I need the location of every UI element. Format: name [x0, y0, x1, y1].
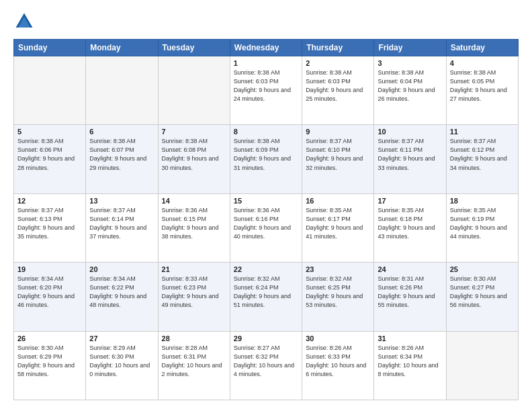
- table-row: 6Sunrise: 8:38 AM Sunset: 6:07 PM Daylig…: [86, 125, 158, 193]
- calendar-week-row: 1Sunrise: 8:38 AM Sunset: 6:03 PM Daylig…: [14, 56, 519, 125]
- day-info: Sunrise: 8:37 AM Sunset: 6:14 PM Dayligh…: [89, 206, 154, 241]
- table-row: [158, 56, 230, 125]
- table-row: 13Sunrise: 8:37 AM Sunset: 6:14 PM Dayli…: [86, 193, 158, 262]
- day-number: 4: [450, 59, 515, 67]
- weekday-wednesday: Wednesday: [230, 40, 302, 56]
- table-row: 30Sunrise: 8:26 AM Sunset: 6:33 PM Dayli…: [302, 331, 374, 400]
- day-info: Sunrise: 8:34 AM Sunset: 6:22 PM Dayligh…: [89, 275, 154, 310]
- day-number: 17: [378, 197, 442, 205]
- table-row: 23Sunrise: 8:32 AM Sunset: 6:25 PM Dayli…: [302, 263, 374, 331]
- calendar-table: SundayMondayTuesdayWednesdayThursdayFrid…: [13, 39, 519, 400]
- day-number: 26: [17, 334, 82, 342]
- weekday-tuesday: Tuesday: [158, 40, 230, 56]
- header: [13, 11, 519, 32]
- table-row: 18Sunrise: 8:35 AM Sunset: 6:19 PM Dayli…: [446, 193, 518, 262]
- table-row: [446, 331, 518, 400]
- day-info: Sunrise: 8:35 AM Sunset: 6:17 PM Dayligh…: [306, 206, 370, 241]
- day-info: Sunrise: 8:38 AM Sunset: 6:08 PM Dayligh…: [162, 137, 226, 172]
- day-info: Sunrise: 8:38 AM Sunset: 6:07 PM Dayligh…: [89, 137, 154, 172]
- day-info: Sunrise: 8:33 AM Sunset: 6:23 PM Dayligh…: [162, 275, 226, 310]
- day-number: 21: [162, 265, 226, 273]
- day-number: 13: [89, 197, 154, 205]
- table-row: 29Sunrise: 8:27 AM Sunset: 6:32 PM Dayli…: [230, 331, 302, 400]
- day-info: Sunrise: 8:30 AM Sunset: 6:29 PM Dayligh…: [17, 344, 82, 379]
- table-row: 20Sunrise: 8:34 AM Sunset: 6:22 PM Dayli…: [86, 263, 158, 331]
- day-number: 5: [17, 128, 82, 136]
- table-row: 2Sunrise: 8:38 AM Sunset: 6:03 PM Daylig…: [302, 56, 374, 125]
- day-number: 7: [162, 128, 226, 136]
- day-info: Sunrise: 8:38 AM Sunset: 6:04 PM Dayligh…: [378, 68, 442, 103]
- day-number: 9: [306, 128, 370, 136]
- day-info: Sunrise: 8:38 AM Sunset: 6:06 PM Dayligh…: [17, 137, 82, 172]
- table-row: [86, 56, 158, 125]
- weekday-monday: Monday: [86, 40, 158, 56]
- table-row: 11Sunrise: 8:37 AM Sunset: 6:12 PM Dayli…: [446, 125, 518, 193]
- table-row: [14, 56, 86, 125]
- day-number: 12: [17, 197, 82, 205]
- table-row: 14Sunrise: 8:36 AM Sunset: 6:15 PM Dayli…: [158, 193, 230, 262]
- day-info: Sunrise: 8:31 AM Sunset: 6:26 PM Dayligh…: [378, 275, 442, 310]
- day-info: Sunrise: 8:38 AM Sunset: 6:03 PM Dayligh…: [234, 68, 298, 103]
- day-info: Sunrise: 8:29 AM Sunset: 6:30 PM Dayligh…: [89, 344, 154, 379]
- day-number: 31: [378, 334, 442, 342]
- table-row: 3Sunrise: 8:38 AM Sunset: 6:04 PM Daylig…: [374, 56, 446, 125]
- table-row: 22Sunrise: 8:32 AM Sunset: 6:24 PM Dayli…: [230, 263, 302, 331]
- table-row: 26Sunrise: 8:30 AM Sunset: 6:29 PM Dayli…: [14, 331, 86, 400]
- day-number: 8: [234, 128, 298, 136]
- day-number: 15: [234, 197, 298, 205]
- day-number: 18: [450, 197, 515, 205]
- day-info: Sunrise: 8:26 AM Sunset: 6:33 PM Dayligh…: [306, 344, 370, 379]
- weekday-saturday: Saturday: [446, 40, 518, 56]
- day-number: 30: [306, 334, 370, 342]
- day-number: 11: [450, 128, 515, 136]
- table-row: 25Sunrise: 8:30 AM Sunset: 6:27 PM Dayli…: [446, 263, 518, 331]
- day-number: 28: [162, 334, 226, 342]
- day-number: 1: [234, 59, 298, 67]
- table-row: 4Sunrise: 8:38 AM Sunset: 6:05 PM Daylig…: [446, 56, 518, 125]
- table-row: 24Sunrise: 8:31 AM Sunset: 6:26 PM Dayli…: [374, 263, 446, 331]
- calendar-week-row: 12Sunrise: 8:37 AM Sunset: 6:13 PM Dayli…: [14, 193, 519, 262]
- weekday-header-row: SundayMondayTuesdayWednesdayThursdayFrid…: [14, 40, 519, 56]
- table-row: 21Sunrise: 8:33 AM Sunset: 6:23 PM Dayli…: [158, 263, 230, 331]
- table-row: 15Sunrise: 8:36 AM Sunset: 6:16 PM Dayli…: [230, 193, 302, 262]
- day-number: 10: [378, 128, 442, 136]
- day-number: 14: [162, 197, 226, 205]
- day-number: 6: [89, 128, 154, 136]
- day-info: Sunrise: 8:28 AM Sunset: 6:31 PM Dayligh…: [162, 344, 226, 379]
- table-row: 27Sunrise: 8:29 AM Sunset: 6:30 PM Dayli…: [86, 331, 158, 400]
- day-info: Sunrise: 8:35 AM Sunset: 6:18 PM Dayligh…: [378, 206, 442, 241]
- day-info: Sunrise: 8:37 AM Sunset: 6:12 PM Dayligh…: [450, 137, 515, 172]
- day-info: Sunrise: 8:38 AM Sunset: 6:09 PM Dayligh…: [234, 137, 298, 172]
- table-row: 17Sunrise: 8:35 AM Sunset: 6:18 PM Dayli…: [374, 193, 446, 262]
- day-info: Sunrise: 8:37 AM Sunset: 6:13 PM Dayligh…: [17, 206, 82, 241]
- calendar-week-row: 5Sunrise: 8:38 AM Sunset: 6:06 PM Daylig…: [14, 125, 519, 193]
- day-number: 27: [89, 334, 154, 342]
- day-info: Sunrise: 8:26 AM Sunset: 6:34 PM Dayligh…: [378, 344, 442, 379]
- day-info: Sunrise: 8:37 AM Sunset: 6:10 PM Dayligh…: [306, 137, 370, 172]
- day-number: 25: [450, 265, 515, 273]
- table-row: 9Sunrise: 8:37 AM Sunset: 6:10 PM Daylig…: [302, 125, 374, 193]
- day-info: Sunrise: 8:30 AM Sunset: 6:27 PM Dayligh…: [450, 275, 515, 310]
- day-info: Sunrise: 8:32 AM Sunset: 6:24 PM Dayligh…: [234, 275, 298, 310]
- day-number: 2: [306, 59, 370, 67]
- calendar-week-row: 19Sunrise: 8:34 AM Sunset: 6:20 PM Dayli…: [14, 263, 519, 331]
- calendar-week-row: 26Sunrise: 8:30 AM Sunset: 6:29 PM Dayli…: [14, 331, 519, 400]
- table-row: 1Sunrise: 8:38 AM Sunset: 6:03 PM Daylig…: [230, 56, 302, 125]
- day-info: Sunrise: 8:38 AM Sunset: 6:03 PM Dayligh…: [306, 68, 370, 103]
- table-row: 8Sunrise: 8:38 AM Sunset: 6:09 PM Daylig…: [230, 125, 302, 193]
- weekday-thursday: Thursday: [302, 40, 374, 56]
- logo: [13, 11, 38, 32]
- day-number: 23: [306, 265, 370, 273]
- table-row: 28Sunrise: 8:28 AM Sunset: 6:31 PM Dayli…: [158, 331, 230, 400]
- table-row: 5Sunrise: 8:38 AM Sunset: 6:06 PM Daylig…: [14, 125, 86, 193]
- table-row: 16Sunrise: 8:35 AM Sunset: 6:17 PM Dayli…: [302, 193, 374, 262]
- day-info: Sunrise: 8:37 AM Sunset: 6:11 PM Dayligh…: [378, 137, 442, 172]
- day-number: 22: [234, 265, 298, 273]
- table-row: 12Sunrise: 8:37 AM Sunset: 6:13 PM Dayli…: [14, 193, 86, 262]
- page: SundayMondayTuesdayWednesdayThursdayFrid…: [0, 0, 532, 411]
- day-info: Sunrise: 8:34 AM Sunset: 6:20 PM Dayligh…: [17, 275, 82, 310]
- weekday-sunday: Sunday: [14, 40, 86, 56]
- table-row: 31Sunrise: 8:26 AM Sunset: 6:34 PM Dayli…: [374, 331, 446, 400]
- day-number: 24: [378, 265, 442, 273]
- logo-icon: [13, 11, 35, 32]
